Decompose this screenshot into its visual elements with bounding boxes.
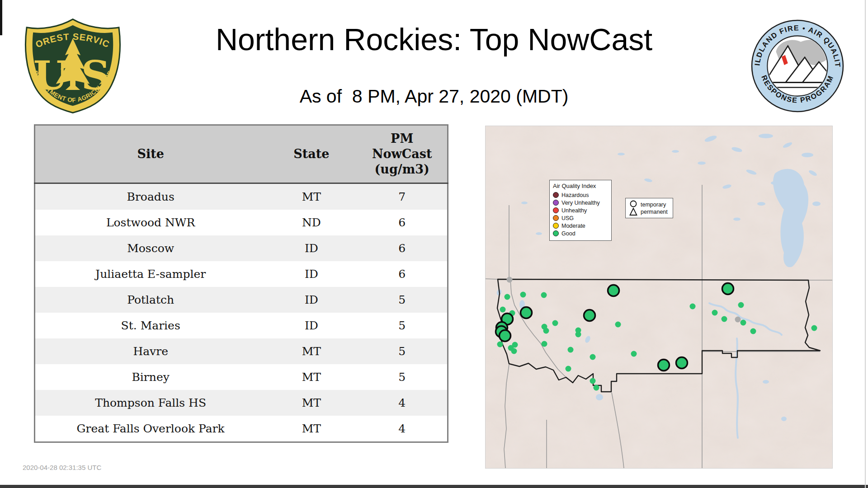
legend-item-label: USG — [561, 215, 574, 221]
monitor-marker-permanent — [552, 320, 558, 326]
table-row: Lostwood NWRND6 — [35, 210, 448, 235]
col-header-site: Site — [35, 125, 266, 183]
monitor-marker-temporary — [722, 283, 734, 295]
monitor-marker-permanent — [541, 292, 547, 298]
state-cell: ID — [266, 313, 357, 338]
table-row: PotlatchID5 — [35, 287, 448, 313]
monitor-marker-permanent — [594, 385, 599, 391]
symbol-label-temporary: temporary — [641, 201, 668, 208]
monitor-marker-permanent — [738, 302, 744, 308]
monitor-map: Air Quality Index HazardousVery Unhealth… — [485, 126, 833, 469]
monitor-marker-inactive — [507, 277, 513, 283]
value-cell: 6 — [357, 235, 448, 261]
site-cell: Birney — [35, 364, 266, 390]
report-page: FOREST SERVICE DEPARTMENT OF AGRICULTURE… — [0, 0, 868, 488]
table-header-row: Site State PM NowCast (ug/m3) — [35, 125, 448, 183]
symbol-legend: temporary permanent — [625, 198, 673, 218]
state-cell: MT — [266, 416, 357, 442]
table-row: MoscowID6 — [35, 235, 448, 261]
monitor-marker-permanent — [590, 354, 596, 360]
value-cell: 5 — [357, 313, 448, 338]
monitor-marker-permanent — [511, 348, 517, 354]
legend-item: Unhealthy — [553, 206, 608, 214]
site-cell: Broadus — [35, 183, 266, 210]
legend-color-dot — [553, 192, 559, 198]
table-row: BroadusMT7 — [35, 183, 448, 210]
legend-color-dot — [553, 223, 559, 229]
legend-item-label: Very Unhealthy — [561, 200, 600, 206]
monitor-marker-permanent — [543, 328, 549, 334]
legend-color-dot — [553, 207, 559, 213]
legend-item: Good — [553, 230, 608, 237]
state-cell: ID — [266, 235, 357, 261]
monitor-marker-permanent — [741, 320, 746, 326]
legend-item-label: Unhealthy — [561, 207, 587, 214]
monitor-marker-permanent — [690, 304, 696, 310]
nowcast-table: Site State PM NowCast (ug/m3) BroadusMT7… — [34, 124, 448, 443]
site-cell: Lostwood NWR — [35, 210, 266, 235]
legend-item-label: Good — [561, 230, 576, 237]
aqi-legend: Air Quality Index HazardousVery Unhealth… — [549, 180, 612, 241]
value-cell: 4 — [357, 416, 448, 442]
monitor-marker-permanent — [505, 294, 510, 300]
state-cell: ND — [266, 210, 357, 235]
page-bottom-bar — [0, 485, 868, 488]
map-canvas — [486, 126, 832, 468]
site-cell: Great Falls Overlook Park — [35, 416, 266, 442]
legend-item: Moderate — [553, 222, 608, 230]
page-subtitle: As of 8 PM, Apr 27, 2020 (MDT) — [0, 86, 868, 107]
monitor-marker-permanent — [576, 332, 581, 338]
monitor-marker-permanent — [542, 341, 547, 347]
monitor-marker-inactive — [735, 317, 741, 323]
symbol-label-permanent: permanent — [641, 208, 668, 216]
table-row: HavreMT5 — [35, 338, 448, 364]
table-row: Thompson Falls HSMT4 — [35, 390, 448, 416]
wfaqrp-logo: WILDLAND FIRE • AIR QUALITY RESPONSE PRO… — [750, 18, 845, 116]
legend-item: Hazardous — [553, 191, 608, 199]
monitor-marker-temporary — [521, 307, 532, 319]
value-cell: 6 — [357, 261, 448, 287]
monitor-marker-permanent — [568, 347, 574, 353]
monitor-marker-permanent — [520, 292, 526, 298]
state-cell: MT — [266, 183, 357, 210]
state-cell: MT — [266, 364, 357, 390]
monitor-marker-temporary — [658, 360, 670, 371]
value-cell: 5 — [357, 364, 448, 390]
monitor-marker-temporary — [584, 310, 595, 321]
page-title: Northern Rockies: Top NowCast — [0, 22, 868, 57]
legend-item-label: Moderate — [561, 223, 585, 229]
state-cell: MT — [266, 390, 357, 416]
wfaqrp-badge-icon: WILDLAND FIRE • AIR QUALITY RESPONSE PRO… — [750, 18, 845, 114]
monitor-marker-permanent — [631, 351, 637, 357]
value-cell: 5 — [357, 287, 448, 313]
permanent-symbol-icon — [630, 208, 637, 215]
monitor-marker-permanent — [811, 325, 817, 331]
table-row: Great Falls Overlook ParkMT4 — [35, 416, 448, 442]
table-row: BirneyMT5 — [35, 364, 448, 390]
legend-color-dot — [553, 230, 559, 236]
site-cell: Thompson Falls HS — [35, 390, 266, 416]
state-cell: MT — [266, 338, 357, 364]
state-cell: ID — [266, 287, 357, 313]
legend-item: USG — [553, 214, 608, 222]
monitor-marker-permanent — [497, 342, 503, 347]
monitor-marker-permanent — [722, 316, 727, 322]
monitor-marker-temporary — [500, 330, 511, 342]
legend-color-dot — [553, 215, 559, 221]
col-header-pm-nowcast: PM NowCast (ug/m3) — [357, 125, 448, 183]
state-cell: ID — [266, 261, 357, 287]
monitor-marker-temporary — [676, 357, 688, 369]
aqi-legend-items: HazardousVery UnhealthyUnhealthyUSGModer… — [553, 191, 608, 237]
monitor-marker-permanent — [500, 307, 506, 313]
site-cell: Moscow — [35, 235, 266, 261]
site-cell: St. Maries — [35, 313, 266, 338]
monitor-marker-permanent — [615, 322, 621, 328]
site-cell: Potlatch — [35, 287, 266, 313]
generated-timestamp: 2020-04-28 02:31:35 UTC — [23, 464, 101, 471]
monitor-marker-permanent — [750, 328, 756, 334]
col-header-state: State — [266, 125, 357, 183]
temporary-symbol-icon — [631, 201, 637, 207]
value-cell: 6 — [357, 210, 448, 235]
site-cell: Havre — [35, 338, 266, 364]
legend-item-label: Hazardous — [561, 192, 589, 198]
